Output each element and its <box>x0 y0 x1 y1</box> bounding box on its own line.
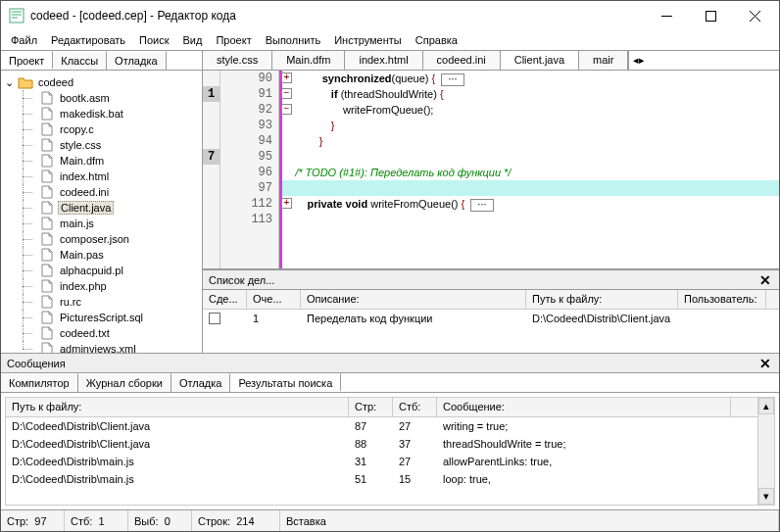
left-tab[interactable]: Классы <box>53 51 107 70</box>
file-icon <box>40 248 54 262</box>
search-result-row[interactable]: D:\Codeed\Distrib\Client.java8837 thread… <box>6 435 757 453</box>
editor-tab[interactable]: style.css <box>203 51 272 70</box>
project-tree[interactable]: ⌄ codeed bootk.asmmakedisk.batrcopy.csty… <box>1 71 202 353</box>
search-result-row[interactable]: D:\Codeed\Distrib\Client.java8727 writin… <box>6 417 757 435</box>
fold-icon[interactable]: − <box>281 104 292 115</box>
editor-tab[interactable]: Client.java <box>501 51 579 70</box>
todo-user <box>678 310 690 329</box>
maximize-button[interactable] <box>689 2 733 30</box>
fold-ellipsis[interactable]: ··· <box>441 73 463 86</box>
search-header[interactable]: Стр: <box>349 398 393 416</box>
messages-tab[interactable]: Результаты поиска <box>230 373 341 392</box>
line-gutter[interactable]: 90+91−92−9394959697112+113 <box>220 71 279 268</box>
scroll-up-icon[interactable]: ▴ <box>758 398 774 414</box>
menu-Редактировать[interactable]: Редактировать <box>45 32 131 48</box>
tree-item[interactable]: style.css <box>17 137 200 153</box>
fold-icon[interactable]: − <box>281 88 292 99</box>
todo-header[interactable]: Путь к файлу: <box>526 290 678 309</box>
search-header[interactable]: Сообщение: <box>437 398 731 416</box>
menu-Вид[interactable]: Вид <box>177 32 209 48</box>
todo-panel: Список дел... ✕ Сде...Оче...Описание:Пут… <box>203 269 779 353</box>
tree-item[interactable]: composer.json <box>17 231 200 247</box>
close-button[interactable] <box>733 2 777 30</box>
todo-header[interactable]: Оче... <box>247 290 301 309</box>
status-mode: Вставка <box>280 510 779 531</box>
left-tabs: ПроектКлассыОтладка <box>1 51 202 71</box>
tree-collapse-icon[interactable]: ⌄ <box>3 76 15 89</box>
menu-Выполнить[interactable]: Выполнить <box>260 32 326 48</box>
search-header[interactable]: Стб: <box>393 398 437 416</box>
tree-root[interactable]: ⌄ codeed <box>3 74 200 90</box>
close-icon[interactable]: ✕ <box>757 356 773 371</box>
file-icon <box>40 217 54 230</box>
menu-Инструменты[interactable]: Инструменты <box>328 32 408 48</box>
todo-header[interactable]: Описание: <box>301 290 526 309</box>
menu-Поиск[interactable]: Поиск <box>133 32 174 48</box>
tree-item[interactable]: adminviews.xml <box>17 341 200 353</box>
search-result-row[interactable]: D:\Codeed\Distrib\main.js3127allowParent… <box>6 453 757 470</box>
svg-rect-0 <box>10 9 24 23</box>
status-line: 97 <box>34 515 46 527</box>
scrollbar[interactable]: ▴ ▾ <box>757 398 774 505</box>
todo-title: Список дел... <box>209 274 757 286</box>
file-icon <box>40 122 54 136</box>
tree-item[interactable]: Main.dfm <box>17 153 200 169</box>
todo-checkbox[interactable] <box>209 313 220 324</box>
left-tab[interactable]: Отладка <box>107 51 166 70</box>
todo-row[interactable]: 1 Переделать код функции D:\Codeed\Distr… <box>203 310 779 329</box>
todo-header[interactable]: Пользователь: <box>678 290 766 309</box>
project-panel: ПроектКлассыОтладка ⌄ codeed bootk.asmma… <box>1 50 203 353</box>
messages-tab[interactable]: Компилятор <box>1 373 78 392</box>
file-icon <box>40 201 54 215</box>
file-icon <box>40 295 54 309</box>
messages-tab[interactable]: Отладка <box>171 373 230 392</box>
titlebar: codeed - [codeed.cep] - Редактор кода <box>1 1 779 30</box>
tree-item[interactable]: codeed.ini <box>17 184 200 200</box>
tab-scroll-icon[interactable]: ◂▸ <box>628 51 649 70</box>
search-header[interactable]: Путь к файлу: <box>6 398 349 416</box>
code-editor[interactable]: 17 90+91−92−9394959697112+113 synchroniz… <box>203 71 779 269</box>
menu-Проект[interactable]: Проект <box>210 32 257 48</box>
file-icon <box>40 232 54 246</box>
tree-item[interactable]: Client.java <box>17 200 200 216</box>
tree-item[interactable]: index.html <box>17 169 200 184</box>
svg-rect-1 <box>707 11 716 21</box>
file-icon <box>40 107 54 121</box>
menu-Файл[interactable]: Файл <box>5 32 43 48</box>
menubar: ФайлРедактироватьПоискВидПроектВыполнить… <box>1 30 779 50</box>
editor-tab[interactable]: index.html <box>345 51 422 70</box>
tree-item[interactable]: index.php <box>17 278 200 294</box>
status-sel: 0 <box>165 515 171 527</box>
status-col: 1 <box>98 515 104 527</box>
tree-item[interactable]: alphacpuid.pl <box>17 263 200 278</box>
menu-Справка[interactable]: Справка <box>410 32 463 48</box>
fold-icon[interactable]: + <box>281 73 292 83</box>
minimize-button[interactable] <box>645 2 689 30</box>
close-icon[interactable]: ✕ <box>757 272 773 288</box>
left-tab[interactable]: Проект <box>1 51 53 70</box>
tree-item[interactable]: bootk.asm <box>17 90 200 106</box>
tree-item[interactable]: Main.pas <box>17 247 200 263</box>
tree-item[interactable]: main.js <box>17 216 200 231</box>
todo-priority: 1 <box>247 310 301 329</box>
todo-header[interactable]: Сде... <box>203 290 247 309</box>
tree-item[interactable]: rcopy.c <box>17 121 200 137</box>
editor-tab-overflow[interactable]: mair <box>579 51 628 70</box>
file-icon <box>40 311 54 324</box>
editor-tab[interactable]: codeed.ini <box>423 51 501 70</box>
file-icon <box>40 326 54 340</box>
app-icon <box>9 8 24 24</box>
messages-tab[interactable]: Журнал сборки <box>78 373 171 392</box>
file-icon <box>40 169 54 183</box>
tree-item[interactable]: PicturesScript.sql <box>17 310 200 325</box>
file-icon <box>40 185 54 199</box>
search-result-row[interactable]: D:\Codeed\Distrib\main.js5115loop: true, <box>6 470 757 488</box>
editor-tab[interactable]: Main.dfm <box>272 51 345 70</box>
tree-item[interactable]: makedisk.bat <box>17 106 200 121</box>
file-icon <box>40 264 54 277</box>
tree-item[interactable]: codeed.txt <box>17 325 200 341</box>
fold-ellipsis[interactable]: ··· <box>470 199 493 212</box>
tree-item[interactable]: ru.rc <box>17 294 200 310</box>
scroll-down-icon[interactable]: ▾ <box>758 488 774 505</box>
fold-icon[interactable]: + <box>281 198 292 209</box>
